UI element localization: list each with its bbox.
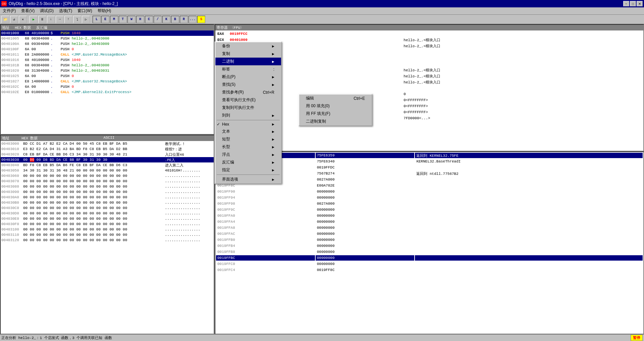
table-row[interactable]: 0040102C 6A 00 . PUSH 0	[1, 84, 214, 89]
ctx-sep-1	[217, 120, 280, 120]
table-row[interactable]: 0040306000 00 00 00 00 00 00 00 00 00 00…	[1, 173, 214, 179]
table-row[interactable]: 00403030 00 00 00 D8 BD DA CE BB BF 30 3…	[1, 157, 214, 162]
table-row[interactable]: 004030E000 00 00 00 00 00 00 00 00 00 00…	[1, 216, 214, 221]
tb-label-e: E	[101, 16, 109, 23]
ctx-copytoexe[interactable]: 复制到可执行文件	[215, 104, 281, 112]
table-row[interactable]: 00401025 6A 00 . PUSH 0	[1, 73, 214, 79]
table-row[interactable]: 0040312000 00 00 00 00 00 00 00 00 00 00…	[1, 237, 214, 243]
table-row[interactable]: 00401020 68 31304000 . PUSH hello-2_.004…	[1, 68, 214, 73]
tb-animate[interactable]: ▷	[82, 16, 90, 23]
ctx-binary-fill00[interactable]: 用 00 填充(0)	[299, 102, 372, 110]
reg-row-eax: EAX 0019FFCC	[216, 31, 643, 37]
tb-label-s: S	[197, 16, 205, 23]
table-row[interactable]: 00401016 68 40100000 . PUSH 1040	[1, 57, 214, 63]
table-row[interactable]: 00403040 BD F8 C8 EB B5 DA B6 FE C8 EB B…	[1, 162, 214, 168]
title-bar: OD OllyDbg - hello-2.5-3box.exe - [CPU -…	[0, 0, 644, 7]
menu-file[interactable]: 文件(F)	[0, 7, 18, 14]
tb-pause[interactable]: ⏸	[38, 16, 46, 23]
tb-step-out[interactable]: ↑	[64, 16, 72, 23]
ctx-find[interactable]: 查找(S)	[215, 81, 281, 88]
table-row[interactable]: 0019FFA800000000	[216, 225, 643, 230]
table-row[interactable]: 0040308000 00 00 00 00 00 00 00 00 00 00…	[1, 184, 214, 189]
ctx-specify[interactable]: 指定	[215, 166, 281, 174]
table-row[interactable]: 004030C000 00 00 00 00 00 00 00 00 00 00…	[1, 205, 214, 211]
app-icon: OD	[1, 1, 7, 6]
ctx-float[interactable]: 浮点	[215, 151, 281, 158]
status-badge: 暂停	[631, 335, 643, 341]
table-row[interactable]: 0040100A 68 09304000 . PUSH hello-2_.004…	[1, 41, 214, 47]
tb-step-over[interactable]: →	[56, 16, 64, 23]
disasm-table: 00401000 68 40100000 $ PUSH 1040 0040100…	[1, 30, 214, 95]
stack-row-highlight[interactable]: 0019FFBC 00000000	[216, 255, 643, 261]
table-row[interactable]: 0019FFA000000000	[216, 213, 643, 218]
table-row[interactable]: 00401005 68 00304000 . PUSH hello-2_.004…	[1, 36, 214, 41]
tb-label-h: H	[136, 16, 144, 23]
table-row[interactable]: 0040100F 6A 00 . PUSH 0	[1, 47, 214, 52]
table-row[interactable]: 004030A000 00 00 00 00 00 00 00 00 00 00…	[1, 195, 214, 200]
ctx-breakpoint[interactable]: 断点(P)	[215, 73, 281, 81]
maximize-button[interactable]: □	[630, 1, 636, 6]
tb-restart[interactable]: ↺	[10, 16, 18, 23]
ctx-label[interactable]: 标签 :	[215, 65, 281, 73]
ctx-binary-copy[interactable]: 二进制复制	[299, 118, 372, 125]
table-row[interactable]: 0040102E E8 01000000 . CALL <JMP.&kernel…	[1, 89, 214, 95]
ctx-short[interactable]: 短型	[215, 135, 281, 143]
tb-run-to[interactable]: ⤵	[73, 16, 81, 23]
ctx-backup[interactable]: 备份	[215, 42, 281, 50]
table-row[interactable]: 0019FF9C00000000	[216, 207, 643, 212]
table-row[interactable]: 00401027 E8 14000000 . CALL <JMP.&user32…	[1, 79, 214, 84]
ctx-long[interactable]: 长型	[215, 143, 281, 151]
ctx-disasm2[interactable]: 反汇编	[215, 158, 281, 166]
tb-label-dots: ...	[189, 16, 197, 23]
table-row[interactable]: 0019FF9000000000	[216, 189, 643, 194]
ctx-copy[interactable]: 复制	[215, 50, 281, 58]
ctx-binary-fillff[interactable]: 用 FF 填充(F)	[299, 110, 372, 118]
menu-window[interactable]: 窗口(W)	[75, 7, 95, 14]
menu-help[interactable]: 帮助(H)	[95, 7, 114, 14]
table-row[interactable]: 0019FFC000000000	[216, 261, 643, 267]
ctx-viewexe[interactable]: 查看可执行文件(E)	[215, 96, 281, 104]
table-row[interactable]: 0019FFA400000000	[216, 219, 643, 224]
table-row[interactable]: 0040101B 68 00304000 . PUSH hello-2_.004…	[1, 63, 214, 68]
table-row[interactable]: 00403000 BD CC D1 A7 B2 E2 CA D4 00 50 4…	[1, 141, 214, 146]
menu-options[interactable]: 选项(T)	[56, 7, 75, 14]
table-row[interactable]: 00401000 68 40100000 $ PUSH 1040	[1, 30, 214, 36]
table-row[interactable]: 0019FFC40019FF8C	[216, 267, 643, 273]
menu-view[interactable]: 查看(V)	[18, 7, 37, 14]
ctx-findref[interactable]: 查找参考(R) Ctrl+R	[215, 88, 281, 96]
table-row[interactable]: 0019FFAC00000000	[216, 231, 643, 236]
disasm-panel: 地址 HEX 数据 反汇编 00401000 68 40100000 $ PUS…	[0, 24, 214, 135]
table-row[interactable]: 0040309000 00 00 00 00 00 00 00 00 00 00…	[1, 189, 214, 195]
ctx-binary-edit[interactable]: 编辑 Ctrl+E	[299, 94, 372, 102]
ctx-goto[interactable]: 到到	[215, 112, 281, 119]
ctx-uioptions[interactable]: 界面选项	[215, 176, 281, 183]
table-row[interactable]: 004030B000 00 00 00 00 00 00 00 00 00 00…	[1, 200, 214, 205]
window-title: OllyDbg - hello-2.5-3box.exe - [CPU - 主线…	[9, 1, 623, 7]
table-row[interactable]: 00403010 E3 B2 E2 CA D4 31 A3 BA BD F8 C…	[1, 146, 214, 152]
ctx-text[interactable]: 文本	[215, 128, 281, 135]
table-row[interactable]: 0040310000 00 00 00 00 00 00 00 00 00 00…	[1, 227, 214, 232]
ctx-hex[interactable]: ✓ Hex	[215, 121, 281, 128]
table-row[interactable]: 0019FFB000000000	[216, 237, 643, 243]
tb-step-into[interactable]: ↓	[47, 16, 55, 23]
table-row[interactable]: 00401011 E8 2A000000 . CALL <JMP.&user32…	[1, 52, 214, 57]
table-row[interactable]: 004030D000 00 00 00 00 00 00 00 00 00 00…	[1, 211, 214, 216]
menu-debug[interactable]: 调试(D)	[37, 7, 56, 14]
table-row[interactable]: 0019FFB400000000	[216, 243, 643, 249]
table-row[interactable]: 0040311000 00 00 00 00 00 00 00 00 00 00…	[1, 232, 214, 237]
table-row[interactable]: 004030F000 00 00 00 00 00 00 00 00 00 00…	[1, 221, 214, 227]
table-row[interactable]: 00403020 C8 EB BF DA CE BB D6 C3 34 30 3…	[1, 152, 214, 157]
close-button[interactable]: ✕	[637, 1, 643, 6]
tb-label-b: B	[171, 16, 179, 23]
table-row[interactable]: 0019FF980027A000	[216, 201, 643, 206]
table-row[interactable]: 0019FFB800000000	[216, 249, 643, 255]
minimize-button[interactable]: −	[623, 1, 629, 6]
tb-run[interactable]: ▶	[30, 16, 38, 23]
tb-openfile[interactable]: 📁	[1, 16, 9, 23]
table-row[interactable]: 0019FF9400000000	[216, 195, 643, 200]
context-menu: 备份 复制 二进制 标签 : 断点(P) 查找(S) 查找参考(R) Ctrl+…	[215, 42, 282, 184]
table-row[interactable]: 0040307000 00 00 00 00 00 00 00 00 00 00…	[1, 179, 214, 184]
table-row[interactable]: 00403050 34 30 31 30 31 36 48 21 00 00 0…	[1, 168, 214, 173]
tb-close[interactable]: ✕	[19, 16, 27, 23]
ctx-binary[interactable]: 二进制	[215, 58, 281, 65]
